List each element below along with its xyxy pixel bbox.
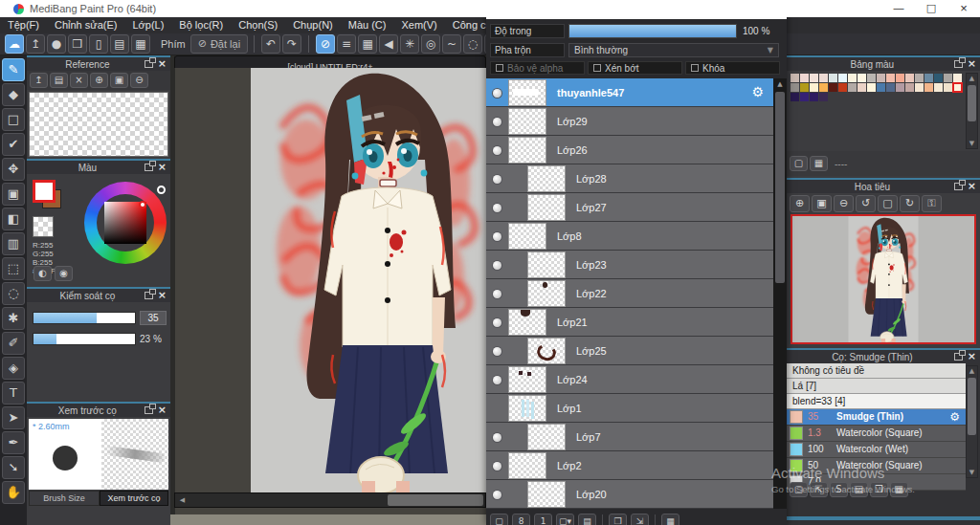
- transparent-color-swatch[interactable]: [33, 216, 54, 237]
- add-8bit-layer-button[interactable]: 8: [512, 514, 530, 525]
- close-icon[interactable]: ×: [968, 182, 976, 191]
- layer-thumbnail[interactable]: [528, 195, 565, 220]
- snap-curve-button[interactable]: ~: [442, 34, 461, 54]
- brush-size-value[interactable]: 35: [140, 311, 167, 325]
- tool-select-rect[interactable]: □: [2, 108, 25, 131]
- palette-swatch[interactable]: [953, 83, 962, 92]
- add-1bit-layer-button[interactable]: 1: [534, 514, 552, 525]
- layer-thumbnail[interactable]: [528, 281, 565, 306]
- brush-row-Watercolor (Square)[interactable]: 1.3Watercolor (Square): [787, 426, 966, 442]
- scroll-down-icon[interactable]: ▼: [967, 469, 977, 476]
- palette-swatch[interactable]: [953, 74, 962, 82]
- layer-scrollbar[interactable]: ▲: [773, 78, 787, 509]
- undo-button[interactable]: ↶: [261, 34, 280, 54]
- popout-icon[interactable]: [954, 60, 963, 68]
- brush-group-1[interactable]: Lá [7]: [787, 379, 966, 394]
- brush-add-button[interactable]: ▢: [790, 482, 808, 497]
- palette-swatch[interactable]: [791, 74, 799, 82]
- layer-row-Lớp8[interactable]: Lớp8: [486, 222, 773, 251]
- palette-swatch[interactable]: [800, 74, 809, 82]
- palette-swatch[interactable]: [867, 83, 876, 92]
- popout-icon[interactable]: [954, 353, 963, 361]
- navigator-rotate-left-button[interactable]: ↺: [856, 195, 876, 212]
- layer-thumbnail[interactable]: [528, 482, 565, 507]
- reset-button[interactable]: ⊘ Đặt lại: [190, 34, 248, 54]
- layer-row-thuyanhle547[interactable]: thuyanhle547⚙: [486, 78, 773, 107]
- menu-item-6[interactable]: Màu (C): [341, 17, 394, 33]
- layer-visibility-toggle[interactable]: [493, 118, 501, 126]
- tool-text[interactable]: T: [2, 382, 25, 405]
- reference-clear-button[interactable]: ×: [70, 73, 88, 88]
- checkbox-icon[interactable]: [691, 64, 699, 72]
- layer-thumbnail[interactable]: [509, 80, 546, 105]
- layer-row-Lớp25[interactable]: Lớp25: [486, 337, 773, 365]
- palette-delete-button[interactable]: ▦: [810, 156, 828, 171]
- brush-script-button[interactable]: S: [830, 482, 848, 497]
- layer-thumbnail[interactable]: [528, 425, 565, 449]
- brush-opacity-slider[interactable]: [33, 333, 136, 345]
- layer-visibility-toggle[interactable]: [493, 232, 501, 241]
- layer-thumbnail[interactable]: [509, 310, 546, 335]
- palette-swatch[interactable]: [810, 93, 818, 101]
- maximize-button[interactable]: □: [915, 0, 947, 17]
- tool-select-eraser[interactable]: ◈: [2, 357, 25, 380]
- palette-swatch[interactable]: [944, 74, 952, 82]
- upload-button[interactable]: ↥: [26, 34, 45, 54]
- palette-swatch[interactable]: [848, 83, 857, 92]
- close-button[interactable]: ×: [947, 0, 980, 17]
- snap-off-button[interactable]: ⊘: [316, 34, 335, 54]
- palette-swatch[interactable]: [896, 74, 904, 82]
- color-mode-button[interactable]: ◐: [33, 266, 52, 281]
- reference-zoom-out-button[interactable]: ⊖: [130, 73, 148, 88]
- palette-swatch[interactable]: [915, 83, 924, 92]
- tool-pen[interactable]: ✒: [2, 431, 25, 454]
- reference-fit-button[interactable]: ▣: [110, 73, 128, 88]
- color-history-button[interactable]: ◉: [55, 266, 73, 281]
- palette-swatch[interactable]: [800, 83, 809, 92]
- popout-icon[interactable]: [954, 183, 963, 190]
- palette-swatch[interactable]: [867, 74, 876, 82]
- palette-swatch[interactable]: [944, 83, 952, 92]
- layer-thumbnail[interactable]: [509, 224, 546, 249]
- scroll-down-icon[interactable]: ▼: [967, 140, 977, 147]
- palette-swatch[interactable]: [791, 83, 799, 92]
- tool-hand[interactable]: ✋: [2, 481, 25, 504]
- layer-visibility-toggle[interactable]: [493, 491, 501, 499]
- close-icon[interactable]: ×: [158, 291, 167, 300]
- tab-brush-size[interactable]: Brush Size: [29, 491, 100, 506]
- layer-row-Lớp22[interactable]: Lớp22: [486, 279, 773, 308]
- cloud-sync-button[interactable]: ☁: [5, 34, 24, 54]
- tool-move[interactable]: ✥: [2, 158, 25, 181]
- scroll-up-icon[interactable]: ▲: [967, 75, 977, 82]
- canvas-horizontal-scrollbar[interactable]: ◀: [174, 492, 486, 508]
- palette-add-button[interactable]: ▢: [790, 156, 808, 171]
- document-button[interactable]: ▯: [89, 34, 108, 54]
- layer-visibility-toggle[interactable]: [493, 290, 501, 298]
- brush-delete-button[interactable]: ▦: [890, 482, 908, 497]
- palette-swatch[interactable]: [829, 74, 837, 82]
- snap-concentric-button[interactable]: ◎: [421, 34, 440, 54]
- navigator-rotate-right-button[interactable]: ↻: [900, 195, 920, 212]
- scrollbar-thumb[interactable]: [775, 92, 785, 283]
- brush-size-slider[interactable]: [33, 312, 136, 324]
- snap-radial-button[interactable]: ✳: [400, 34, 419, 54]
- merge-layer-button[interactable]: ⇲: [631, 514, 649, 525]
- palette-swatch[interactable]: [924, 83, 933, 92]
- layer-row-Lớp24[interactable]: Lớp24: [486, 365, 773, 394]
- tool-gradient[interactable]: ▥: [2, 232, 25, 255]
- canvas-tab[interactable]: [cloud] UNTITLED:r4+: [174, 55, 486, 68]
- form-button[interactable]: ▤: [110, 34, 129, 54]
- reference-import-button[interactable]: ↥: [30, 73, 48, 88]
- palette-scrollbar[interactable]: ▲ ▼: [966, 73, 978, 149]
- tool-lasso[interactable]: ◌: [2, 282, 25, 305]
- brush-scrollbar[interactable]: ▲ ▼: [966, 365, 978, 478]
- layer-visibility-toggle[interactable]: [493, 89, 501, 98]
- palette-swatch[interactable]: [819, 93, 828, 101]
- delete-layer-button[interactable]: ▦: [661, 514, 679, 525]
- tool-magic-wand[interactable]: ✱: [2, 307, 25, 330]
- brush-settings-gear-icon[interactable]: ⚙: [949, 410, 960, 424]
- tool-eyedropper[interactable]: ➘: [2, 456, 25, 479]
- reference-canvas[interactable]: [29, 92, 168, 157]
- close-icon[interactable]: ×: [158, 163, 167, 172]
- close-icon[interactable]: ×: [158, 405, 167, 415]
